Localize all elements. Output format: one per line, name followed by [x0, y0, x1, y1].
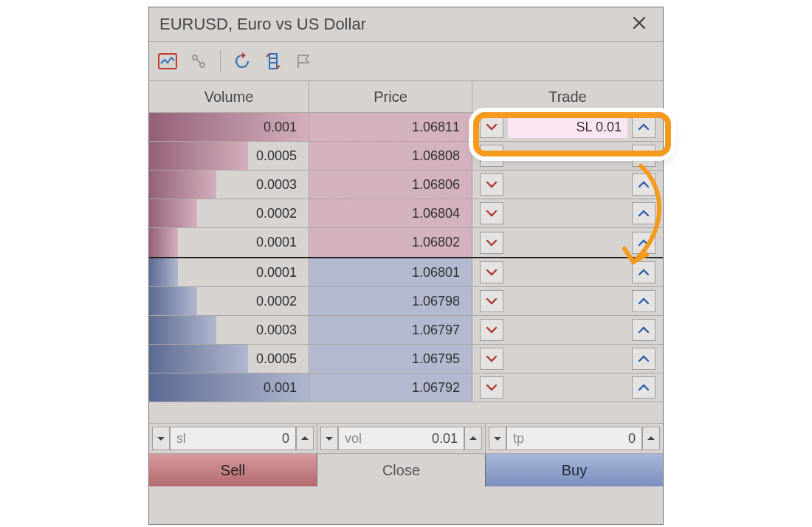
- sl-input[interactable]: sl0: [170, 427, 296, 450]
- trade-value[interactable]: [508, 261, 627, 283]
- price-cell[interactable]: 1.06795: [309, 345, 472, 373]
- sell-at-price-button[interactable]: [480, 348, 503, 370]
- price-value: 1.06802: [412, 235, 460, 250]
- price-cell[interactable]: 1.06804: [309, 199, 472, 227]
- buy-at-price-button[interactable]: [632, 348, 656, 370]
- sl-increase-button[interactable]: [296, 427, 314, 450]
- sell-at-price-button[interactable]: [480, 173, 503, 196]
- trade-cell: [472, 170, 663, 199]
- sell-at-price-button[interactable]: [480, 232, 503, 254]
- trade-value[interactable]: [508, 319, 627, 341]
- sell-at-price-button[interactable]: [480, 261, 503, 283]
- volume-cell: 0.001: [149, 373, 309, 402]
- sell-at-price-button[interactable]: [480, 116, 503, 138]
- bid-row: 0.00051.06795: [149, 345, 663, 373]
- price-cell[interactable]: 1.06792: [309, 373, 472, 402]
- volume-bar: [149, 345, 248, 373]
- sl-decrease-button[interactable]: [152, 427, 170, 450]
- titlebar: EURUSD, Euro vs US Dollar: [149, 7, 663, 42]
- volume-cell: 0.0001: [149, 228, 309, 257]
- volume-bar: [149, 287, 197, 315]
- buy-button[interactable]: Buy: [486, 454, 663, 486]
- sell-at-price-button[interactable]: [480, 202, 503, 224]
- spacer: [149, 402, 663, 423]
- sell-at-price-button[interactable]: [480, 376, 503, 399]
- toolbar: [149, 42, 663, 81]
- tp-decrease-button[interactable]: [489, 427, 506, 450]
- trade-value[interactable]: SL 0.01: [508, 116, 627, 138]
- volume-bar: [149, 228, 178, 257]
- trade-value[interactable]: [508, 348, 627, 370]
- tp-increase-button[interactable]: [642, 427, 660, 450]
- sell-at-price-button[interactable]: [480, 290, 503, 312]
- price-value: 1.06808: [412, 148, 460, 164]
- buy-at-price-button[interactable]: [632, 116, 656, 138]
- volume-value: 0.0002: [256, 294, 297, 309]
- col-price: Price: [309, 81, 472, 112]
- trade-cell: [472, 258, 663, 286]
- dom-rows: 0.0011.06811SL 0.010.00051.068080.00031.…: [149, 113, 663, 402]
- tp-input[interactable]: tp0: [506, 427, 642, 450]
- price-cell[interactable]: 1.06808: [309, 142, 472, 170]
- ask-row: 0.00051.06808: [149, 142, 663, 170]
- sl-value: 0: [282, 431, 289, 447]
- volume-value: 0.0005: [256, 148, 297, 164]
- vol-value: 0.01: [432, 431, 458, 447]
- sl-placeholder: sl: [176, 431, 186, 447]
- trade-value[interactable]: [508, 145, 627, 167]
- history-icon[interactable]: [187, 50, 210, 72]
- close-position-button[interactable]: Close: [317, 454, 486, 486]
- trade-value[interactable]: [508, 290, 627, 312]
- svg-rect-3: [269, 54, 277, 69]
- volume-cell: 0.0002: [149, 287, 309, 315]
- price-cell[interactable]: 1.06797: [309, 316, 472, 344]
- volume-value: 0.001: [264, 120, 297, 135]
- toolbar-separator: [220, 50, 221, 72]
- volume-cell: 0.0001: [149, 258, 309, 286]
- buy-at-price-button[interactable]: [632, 290, 656, 312]
- ladder-icon[interactable]: [262, 50, 284, 72]
- price-cell[interactable]: 1.06811: [309, 113, 472, 141]
- depth-of-market-window: EURUSD, Euro vs US Dollar Volume Price T…: [148, 7, 664, 525]
- trade-value[interactable]: [508, 376, 627, 399]
- tp-value: 0: [628, 431, 636, 447]
- close-button[interactable]: [626, 11, 653, 38]
- trade-cell: SL 0.01: [472, 113, 663, 141]
- price-cell[interactable]: 1.06798: [309, 287, 472, 315]
- volume-cell: 0.001: [149, 113, 309, 141]
- vol-increase-button[interactable]: [464, 427, 482, 450]
- sell-button[interactable]: Sell: [149, 454, 317, 486]
- action-row: Sell Close Buy: [149, 453, 663, 486]
- trade-cell: [472, 345, 663, 373]
- order-inputs: sl0 vol0.01 tp0: [149, 423, 663, 453]
- flag-icon[interactable]: [293, 50, 315, 72]
- vol-input[interactable]: vol0.01: [338, 427, 464, 450]
- chart-icon[interactable]: [156, 50, 179, 72]
- volume-value: 0.0001: [256, 235, 297, 250]
- svg-rect-0: [159, 54, 176, 69]
- sell-at-price-button[interactable]: [480, 145, 503, 167]
- volume-bar: [149, 170, 216, 199]
- price-value: 1.06797: [412, 323, 460, 338]
- buy-at-price-button[interactable]: [632, 173, 656, 196]
- volume-cell: 0.0002: [149, 199, 309, 227]
- buy-at-price-button[interactable]: [632, 319, 656, 341]
- volume-bar: [149, 316, 216, 344]
- price-cell[interactable]: 1.06802: [309, 228, 472, 257]
- vol-decrease-button[interactable]: [320, 427, 338, 450]
- price-value: 1.06801: [412, 265, 460, 280]
- price-cell[interactable]: 1.06801: [309, 258, 472, 286]
- buy-at-price-button[interactable]: [632, 232, 656, 254]
- trade-value[interactable]: [508, 232, 627, 254]
- sell-at-price-button[interactable]: [480, 319, 503, 341]
- refresh-icon[interactable]: [231, 50, 253, 72]
- sl-spinner: sl0: [149, 424, 317, 453]
- buy-at-price-button[interactable]: [632, 376, 656, 399]
- buy-at-price-button[interactable]: [632, 202, 656, 224]
- buy-at-price-button[interactable]: [632, 261, 656, 283]
- volume-value: 0.0005: [256, 351, 297, 367]
- trade-value[interactable]: [508, 202, 627, 224]
- trade-value[interactable]: [508, 173, 627, 196]
- buy-at-price-button[interactable]: [632, 145, 656, 167]
- price-cell[interactable]: 1.06806: [309, 170, 472, 199]
